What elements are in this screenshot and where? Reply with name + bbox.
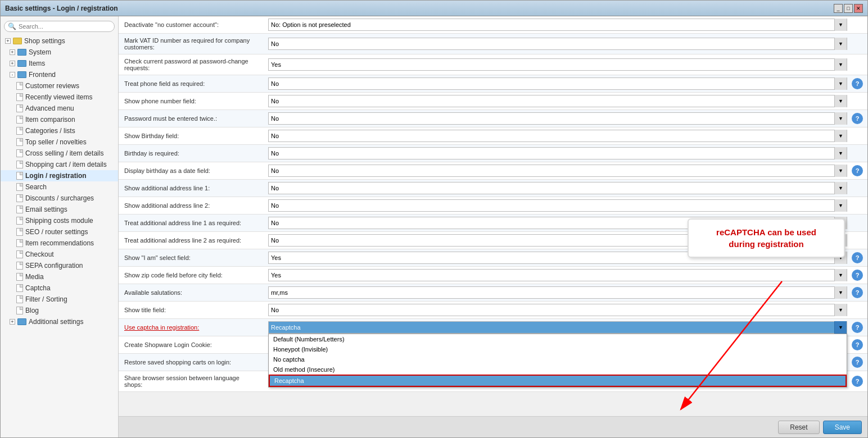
setting-select-show-phone[interactable]: No [269, 98, 834, 104]
captcha-option-old-method[interactable]: Old method (Insecure) [269, 364, 847, 375]
dropdown-arrow-vat-id-required[interactable]: ▼ [834, 38, 847, 50]
sidebar-item-recently-viewed[interactable]: Recently viewed items [1, 92, 118, 103]
setting-dropdown-birthday-required[interactable]: No ▼ [268, 147, 847, 159]
expand-icon[interactable]: - [10, 72, 15, 77]
close-button[interactable]: ✕ [854, 4, 863, 13]
setting-control-title-field[interactable]: No ▼ [265, 302, 851, 319]
setting-select-birthday-date-field[interactable]: No [269, 167, 834, 174]
sidebar-item-items[interactable]: + Items [1, 58, 118, 69]
sidebar-item-seo-router[interactable]: SEO / router settings [1, 226, 118, 238]
setting-select-check-password[interactable]: Yes [269, 61, 834, 68]
help-button-password-twice[interactable]: ? [852, 113, 863, 124]
help-button-i-am-field[interactable]: ? [852, 252, 863, 263]
help-button-birthday-date-field[interactable]: ? [852, 165, 863, 176]
setting-control-show-phone[interactable]: No ▼ [265, 93, 851, 110]
captcha-option-default[interactable]: Default (Numbers/Letters) [269, 334, 847, 344]
sidebar-item-blog[interactable]: Blog [1, 305, 118, 316]
setting-dropdown-address-line2[interactable]: No ▼ [268, 199, 847, 212]
sidebar-item-top-seller[interactable]: Top seller / novelties [1, 136, 118, 148]
expand-icon[interactable]: + [10, 319, 15, 325]
dropdown-arrow-show-phone[interactable]: ▼ [834, 95, 847, 107]
setting-dropdown-address-line1[interactable]: No ▼ [268, 182, 847, 194]
setting-control-use-captcha[interactable]: Recaptcha ▼ Default (Numbers/Letters) Ho… [265, 319, 851, 336]
setting-control-zip-before-city[interactable]: Yes ▼ [265, 267, 851, 284]
save-button[interactable]: Save [823, 421, 862, 434]
dropdown-arrow-show-birthday[interactable]: ▼ [834, 130, 847, 142]
setting-control-password-twice[interactable]: No ▼ [265, 110, 851, 127]
help-button-phone-required[interactable]: ? [852, 78, 863, 89]
dropdown-arrow-salutations[interactable]: ▼ [834, 286, 847, 299]
setting-dropdown-birthday-date-field[interactable]: No ▼ [268, 165, 847, 177]
captcha-dropdown-selected[interactable]: Recaptcha ▼ [268, 321, 847, 334]
captcha-dropdown-menu[interactable]: Default (Numbers/Letters) Honeypot (Invi… [268, 334, 847, 387]
sidebar-item-email-settings[interactable]: Email settings [1, 204, 118, 215]
dropdown-arrow-check-password[interactable]: ▼ [834, 58, 847, 71]
setting-control-check-password[interactable]: Yes ▼ [265, 54, 851, 75]
sidebar-item-categories-lists[interactable]: Categories / lists [1, 125, 118, 136]
help-button-browser-session[interactable]: ? [852, 376, 863, 387]
sidebar-item-cross-selling[interactable]: Cross selling / item details [1, 148, 118, 159]
setting-select-birthday-required[interactable]: No [269, 150, 834, 157]
sidebar-item-filter-sorting[interactable]: Filter / Sorting [1, 294, 118, 305]
setting-dropdown-phone-required[interactable]: No ▼ [268, 77, 847, 90]
setting-control-address-line2[interactable]: No ▼ [265, 197, 851, 215]
sidebar-item-system[interactable]: + System [1, 47, 118, 58]
setting-select-address-line1[interactable]: No [269, 185, 834, 191]
setting-dropdown-vat-id-required[interactable]: No ▼ [268, 38, 847, 50]
search-box[interactable]: 🔍 [4, 21, 115, 32]
sidebar-item-checkout[interactable]: Checkout [1, 249, 118, 260]
setting-select-zip-before-city[interactable]: Yes [269, 272, 834, 279]
expand-icon[interactable]: + [5, 38, 11, 44]
sidebar-item-shopping-cart[interactable]: Shopping cart / item details [1, 159, 118, 170]
captcha-dropdown-arrow[interactable]: ▼ [834, 321, 847, 334]
sidebar-item-login-registration[interactable]: Login / registration [1, 170, 118, 181]
sidebar-item-discounts[interactable]: Discounts / surcharges [1, 193, 118, 204]
sidebar-item-media[interactable]: Media [1, 271, 118, 282]
search-input[interactable] [19, 23, 111, 30]
sidebar-item-sepa[interactable]: SEPA configuration [1, 260, 118, 271]
sidebar-item-captcha[interactable]: Captcha [1, 282, 118, 294]
setting-dropdown-show-birthday[interactable]: No ▼ [268, 130, 847, 142]
sidebar-item-shipping-costs[interactable]: Shipping costs module [1, 215, 118, 226]
setting-dropdown-title-field[interactable]: No ▼ [268, 304, 847, 316]
dropdown-arrow-address-line1[interactable]: ▼ [834, 182, 847, 194]
setting-select-salutations[interactable]: mr,ms [269, 289, 834, 296]
captcha-option-honeypot[interactable]: Honeypot (Invisible) [269, 344, 847, 354]
sidebar-item-search[interactable]: Search [1, 181, 118, 193]
setting-control-show-birthday[interactable]: No ▼ [265, 127, 851, 145]
sidebar-item-item-comparison[interactable]: Item comparison [1, 114, 118, 125]
setting-control-birthday-date-field[interactable]: No ▼ [265, 162, 851, 180]
setting-select-address-line2[interactable]: No [269, 202, 834, 209]
help-button-login-cookie[interactable]: ? [852, 339, 863, 350]
help-button-zip-before-city[interactable]: ? [852, 270, 863, 281]
help-button-use-captcha[interactable]: ? [852, 322, 863, 333]
captcha-option-no-captcha[interactable]: No captcha [269, 354, 847, 364]
dropdown-arrow-deactivate-no-account[interactable]: ▼ [834, 19, 847, 31]
setting-control-vat-id-required[interactable]: No ▼ [265, 34, 851, 54]
expand-icon[interactable]: + [10, 61, 15, 66]
settings-scroll-area[interactable]: Deactivate "no customer account": No: Op… [119, 16, 867, 416]
setting-select-phone-required[interactable]: No [269, 80, 834, 87]
setting-dropdown-check-password[interactable]: Yes ▼ [268, 58, 847, 71]
expand-icon[interactable]: + [10, 49, 15, 55]
dropdown-arrow-birthday-required[interactable]: ▼ [834, 147, 847, 159]
reset-button[interactable]: Reset [778, 421, 819, 434]
minimize-button[interactable]: _ [834, 4, 843, 13]
sidebar-item-advanced-menu[interactable]: Advanced menu [1, 103, 118, 114]
dropdown-arrow-zip-before-city[interactable]: ▼ [834, 269, 847, 281]
sidebar-item-customer-reviews[interactable]: Customer reviews [1, 80, 118, 92]
help-button-restore-carts[interactable]: ? [852, 357, 863, 368]
captcha-option-recaptcha[interactable]: Recaptcha [269, 375, 847, 387]
setting-select-show-birthday[interactable]: No [269, 133, 834, 139]
sidebar-item-frontend[interactable]: - Frontend [1, 69, 118, 80]
setting-select-deactivate-no-account[interactable]: No: Option is not preselected [269, 21, 834, 28]
dropdown-arrow-address-line2[interactable]: ▼ [834, 199, 847, 212]
maximize-button[interactable]: □ [844, 4, 853, 13]
dropdown-arrow-password-twice[interactable]: ▼ [834, 112, 847, 125]
help-button-salutations[interactable]: ? [852, 287, 863, 298]
setting-control-phone-required[interactable]: No ▼ [265, 75, 851, 93]
setting-select-vat-id-required[interactable]: No [269, 40, 834, 47]
setting-dropdown-password-twice[interactable]: No ▼ [268, 112, 847, 125]
setting-dropdown-salutations[interactable]: mr,ms ▼ [268, 286, 847, 299]
sidebar-item-additional-settings[interactable]: + Additional settings [1, 316, 118, 327]
